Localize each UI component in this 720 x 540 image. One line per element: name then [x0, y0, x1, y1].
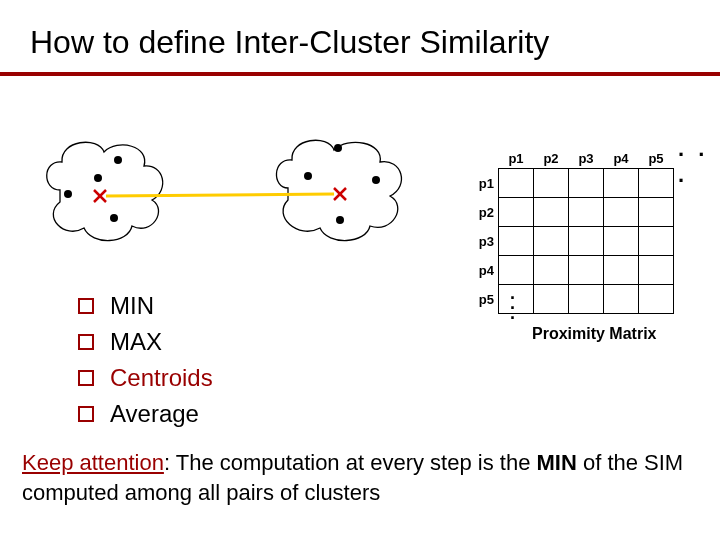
svg-point-0 — [114, 156, 122, 164]
svg-line-12 — [106, 194, 334, 196]
matrix-row-p5: p5 — [460, 285, 499, 314]
bullet-icon — [78, 370, 94, 386]
svg-point-7 — [304, 172, 312, 180]
footer-note: Keep attention: The computation at every… — [22, 448, 698, 508]
matrix-ellipsis-horizontal: . . . — [678, 136, 710, 188]
bullet-icon — [78, 406, 94, 422]
matrix-col-p4: p4 — [604, 138, 639, 169]
proximity-matrix: p1 p2 p3 p4 p5 p1 p2 p3 — [460, 138, 674, 314]
matrix-row-p1: p1 — [460, 169, 499, 198]
list-label: MIN — [110, 288, 154, 324]
list-label: MAX — [110, 324, 162, 360]
footer-lead: Keep attention — [22, 450, 164, 475]
svg-point-2 — [64, 190, 72, 198]
svg-point-8 — [372, 176, 380, 184]
slide-title: How to define Inter-Cluster Similarity — [30, 24, 549, 61]
matrix-col-p3: p3 — [569, 138, 604, 169]
svg-point-6 — [334, 144, 342, 152]
matrix-row-p3: p3 — [460, 227, 499, 256]
svg-point-9 — [336, 216, 344, 224]
bullet-icon — [78, 334, 94, 350]
method-list: MIN MAX Centroids Average — [78, 288, 213, 432]
svg-point-3 — [110, 214, 118, 222]
footer-bold: MIN — [536, 450, 576, 475]
footer-rest1: : The computation at every step is the — [164, 450, 537, 475]
svg-point-1 — [94, 174, 102, 182]
title-underline — [0, 72, 720, 76]
cluster-diagram — [40, 130, 440, 270]
list-label: Average — [110, 396, 199, 432]
matrix-ellipsis-vertical: ... — [510, 288, 515, 318]
list-item-max: MAX — [78, 324, 213, 360]
matrix-row-p4: p4 — [460, 256, 499, 285]
list-item-centroids: Centroids — [78, 360, 213, 396]
list-item-average: Average — [78, 396, 213, 432]
matrix-caption: Proximity Matrix — [532, 325, 656, 343]
matrix-col-p1: p1 — [499, 138, 534, 169]
matrix-col-p2: p2 — [534, 138, 569, 169]
matrix-row-p2: p2 — [460, 198, 499, 227]
list-item-min: MIN — [78, 288, 213, 324]
matrix-col-p5: p5 — [639, 138, 674, 169]
slide: How to define Inter-Cluster Similarity — [0, 0, 720, 540]
bullet-icon — [78, 298, 94, 314]
proximity-matrix-area: p1 p2 p3 p4 p5 p1 p2 p3 — [440, 120, 710, 360]
list-label: Centroids — [110, 360, 213, 396]
